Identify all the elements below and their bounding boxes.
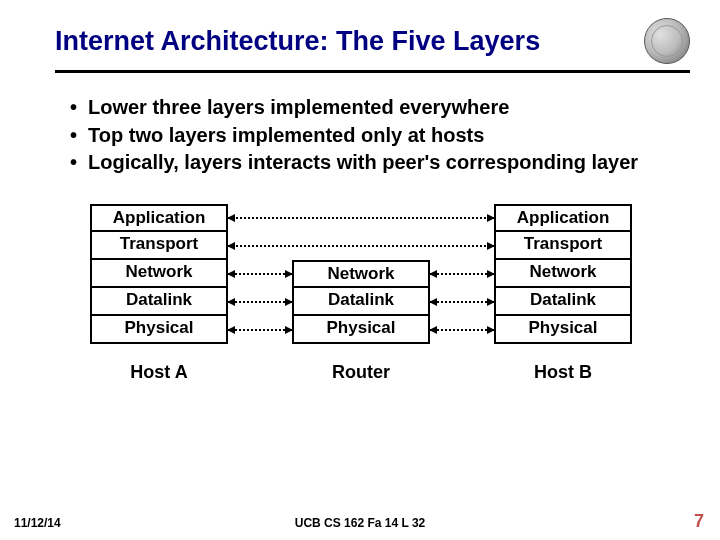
peer-link bbox=[430, 273, 494, 275]
peer-link bbox=[228, 273, 292, 275]
peer-link bbox=[228, 329, 292, 331]
stack-host-a: Application Transport Network Datalink P… bbox=[90, 204, 228, 383]
layer-box: Transport bbox=[494, 232, 632, 260]
layer-box: Application bbox=[494, 204, 632, 232]
bullet-list: •Lower three layers implemented everywhe… bbox=[0, 73, 720, 176]
footer-course: UCB CS 162 Fa 14 L 32 bbox=[0, 516, 720, 530]
bullet-item: •Top two layers implemented only at host… bbox=[70, 123, 680, 149]
layer-box: Network bbox=[494, 260, 632, 288]
peer-link bbox=[228, 245, 494, 247]
layer-box: Application bbox=[90, 204, 228, 232]
bullet-item: •Logically, layers interacts with peer's… bbox=[70, 150, 680, 176]
layer-box: Datalink bbox=[494, 288, 632, 316]
stack-label: Host A bbox=[90, 362, 228, 383]
stack-label: Router bbox=[292, 362, 430, 383]
stack-router: Network Datalink Physical Router bbox=[292, 260, 430, 383]
layer-box: Network bbox=[292, 260, 430, 288]
bullet-text: Lower three layers implemented everywher… bbox=[88, 95, 509, 121]
peer-link bbox=[430, 301, 494, 303]
layer-box: Physical bbox=[494, 316, 632, 344]
bullet-item: •Lower three layers implemented everywhe… bbox=[70, 95, 680, 121]
peer-link bbox=[228, 301, 292, 303]
stack-label: Host B bbox=[494, 362, 632, 383]
layer-box: Datalink bbox=[292, 288, 430, 316]
layer-box: Transport bbox=[90, 232, 228, 260]
peer-link bbox=[228, 217, 494, 219]
layer-diagram: Application Transport Network Datalink P… bbox=[0, 204, 720, 439]
bullet-text: Top two layers implemented only at hosts bbox=[88, 123, 484, 149]
layer-box: Physical bbox=[292, 316, 430, 344]
slide-title: Internet Architecture: The Five Layers bbox=[55, 26, 644, 57]
layer-box: Datalink bbox=[90, 288, 228, 316]
layer-box: Network bbox=[90, 260, 228, 288]
page-number: 7 bbox=[694, 511, 704, 532]
bullet-text: Logically, layers interacts with peer's … bbox=[88, 150, 638, 176]
berkeley-seal-icon bbox=[644, 18, 690, 64]
layer-box: Physical bbox=[90, 316, 228, 344]
peer-link bbox=[430, 329, 494, 331]
stack-host-b: Application Transport Network Datalink P… bbox=[494, 204, 632, 383]
